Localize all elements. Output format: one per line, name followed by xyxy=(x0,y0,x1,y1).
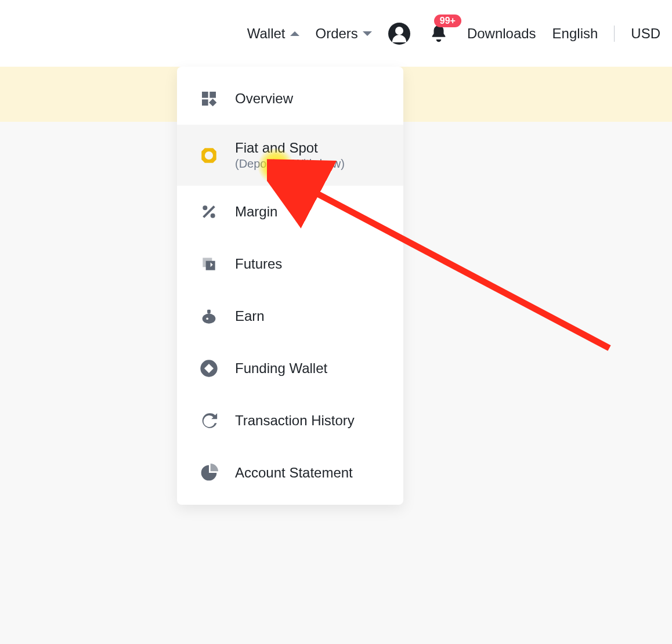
svg-point-6 xyxy=(203,314,216,324)
earn-icon xyxy=(198,305,220,327)
notifications-button[interactable]: 99+ xyxy=(427,21,451,46)
downloads-label: Downloads xyxy=(467,26,536,42)
menu-account-statement[interactable]: Account Statement xyxy=(177,447,403,499)
menu-fiat-and-spot[interactable]: Fiat and Spot (Deposit & Withdraw) xyxy=(177,125,403,186)
menu-futures-label: Futures xyxy=(235,256,282,272)
transaction-history-icon: $ xyxy=(198,410,220,432)
svg-rect-1 xyxy=(209,92,216,98)
top-navigation: Wallet Orders 99+ Downloads English USD xyxy=(0,0,672,67)
svg-point-4 xyxy=(203,205,207,210)
caret-down-icon xyxy=(363,31,372,36)
currency-label: USD xyxy=(631,26,660,42)
orders-label: Orders xyxy=(316,26,358,42)
account-statement-icon xyxy=(198,462,220,484)
menu-overview[interactable]: Overview xyxy=(177,73,403,125)
futures-icon xyxy=(198,253,220,275)
menu-transaction-history[interactable]: $ Transaction History xyxy=(177,395,403,447)
svg-point-9 xyxy=(206,317,208,320)
menu-futures[interactable]: Futures xyxy=(177,238,403,290)
menu-fiat-spot-label: Fiat and Spot xyxy=(235,140,345,156)
svg-rect-2 xyxy=(202,99,208,106)
menu-account-statement-label: Account Statement xyxy=(235,465,353,481)
caret-up-icon xyxy=(290,31,299,36)
svg-rect-0 xyxy=(202,92,208,98)
currency-nav[interactable]: USD xyxy=(631,26,660,42)
menu-earn-label: Earn xyxy=(235,308,265,324)
margin-icon xyxy=(198,201,220,223)
menu-overview-label: Overview xyxy=(235,91,293,107)
separator xyxy=(614,26,615,42)
wallet-nav[interactable]: Wallet xyxy=(247,26,299,42)
language-label: English xyxy=(552,26,598,42)
menu-funding-wallet-label: Funding Wallet xyxy=(235,360,327,377)
menu-funding-wallet[interactable]: Funding Wallet xyxy=(177,342,403,395)
downloads-nav[interactable]: Downloads xyxy=(467,26,536,42)
svg-marker-3 xyxy=(209,99,216,106)
menu-fiat-spot-sub: (Deposit & Withdraw) xyxy=(235,157,345,171)
svg-text:$: $ xyxy=(207,417,211,426)
wallet-dropdown: Overview Fiat and Spot (Deposit & Withdr… xyxy=(177,67,403,505)
overview-icon xyxy=(198,88,220,110)
svg-point-5 xyxy=(211,214,215,218)
svg-point-8 xyxy=(207,310,211,314)
menu-margin-label: Margin xyxy=(235,204,277,220)
notification-badge: 99+ xyxy=(434,15,461,27)
fiat-spot-icon xyxy=(198,144,220,167)
wallet-label: Wallet xyxy=(247,26,286,42)
account-icon[interactable] xyxy=(388,23,410,45)
menu-margin[interactable]: Margin xyxy=(177,186,403,238)
menu-earn[interactable]: Earn xyxy=(177,290,403,342)
language-nav[interactable]: English xyxy=(552,26,598,42)
menu-transaction-history-label: Transaction History xyxy=(235,413,355,429)
orders-nav[interactable]: Orders xyxy=(316,26,372,42)
funding-wallet-icon xyxy=(198,357,220,379)
